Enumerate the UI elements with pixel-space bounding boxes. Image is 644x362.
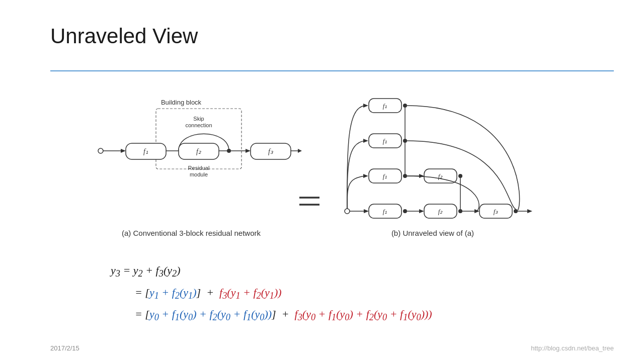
svg-text:Residual: Residual	[188, 165, 210, 171]
svg-point-39	[514, 209, 518, 213]
svg-marker-11	[121, 149, 126, 153]
content-area: Building block Skip connection f₂ Residu…	[0, 80, 644, 362]
svg-text:f₁: f₁	[383, 208, 387, 215]
svg-text:f₁: f₁	[143, 148, 148, 155]
svg-point-50	[458, 174, 462, 178]
caption-left: (a) Conventional 3-block residual networ…	[80, 229, 302, 237]
svg-text:module: module	[190, 171, 208, 177]
footer-date: 2017/2/15	[50, 344, 79, 352]
math-line-3: = [y0 + f1(y0) + f2(y0 + f1(y0))] + f3(y…	[135, 305, 432, 325]
svg-text:Building block: Building block	[161, 99, 202, 106]
footer-url: http://blog.csdn.net/bea_tree	[531, 344, 614, 352]
equals-sign	[297, 191, 322, 215]
svg-point-29	[403, 209, 407, 213]
svg-text:connection: connection	[185, 122, 212, 128]
svg-text:f₁: f₁	[383, 172, 387, 180]
svg-text:f₃: f₃	[268, 148, 274, 155]
svg-point-54	[403, 139, 407, 143]
svg-marker-51	[363, 139, 368, 143]
svg-point-34	[458, 209, 462, 213]
svg-marker-21	[298, 149, 302, 153]
svg-text:f₂: f₂	[196, 148, 201, 155]
svg-point-24	[345, 209, 350, 214]
page-title: Unraveled View	[50, 24, 198, 48]
diagram-right: f₁ f₂ f₃	[327, 85, 538, 236]
svg-text:f₁: f₁	[383, 137, 387, 145]
svg-point-58	[403, 104, 407, 108]
svg-marker-41	[527, 209, 532, 213]
svg-marker-26	[364, 209, 369, 213]
diagram-left: Building block Skip connection f₂ Residu…	[80, 96, 302, 236]
slide: Unraveled View Building block Skip conne…	[0, 0, 644, 362]
title-area: Unraveled View	[50, 24, 198, 48]
svg-text:f₂: f₂	[438, 208, 443, 215]
svg-text:f₃: f₃	[494, 208, 499, 215]
divider-line	[50, 70, 614, 71]
svg-marker-31	[419, 209, 424, 213]
caption-right: (b) Unraveled view of (a)	[327, 229, 538, 237]
svg-marker-17	[246, 149, 251, 153]
svg-marker-55	[363, 104, 368, 108]
math-line-1: y3 = y2 + f3(y2)	[111, 261, 180, 282]
svg-marker-42	[363, 174, 368, 178]
svg-point-45	[403, 174, 407, 178]
math-line-2: = [y1 + f2(y1)] + f3(y1 + f2(y1))	[135, 284, 282, 304]
math-area: y3 = y2 + f3(y2) = [y1 + f2(y1)] + f3(y1…	[111, 261, 432, 325]
svg-text:f₁: f₁	[383, 102, 387, 110]
svg-point-9	[98, 148, 103, 153]
svg-text:Skip: Skip	[193, 116, 204, 122]
